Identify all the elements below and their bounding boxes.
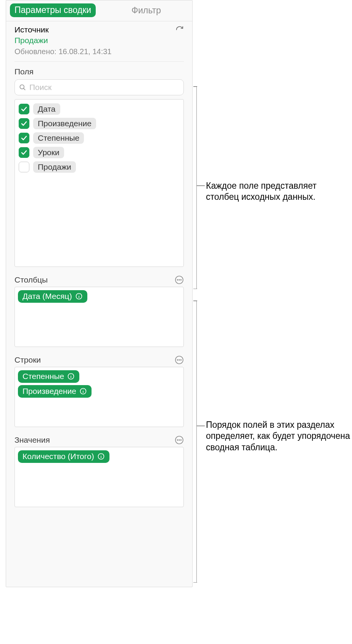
row-pill[interactable]: Степенные (18, 370, 79, 383)
svg-point-21 (179, 440, 180, 440)
field-chip[interactable]: Степенные (33, 132, 84, 144)
source-name[interactable]: Продажи (14, 36, 184, 45)
field-chip[interactable]: Уроки (33, 147, 64, 158)
pill-label: Количество (Итого) (23, 452, 94, 461)
svg-point-12 (181, 360, 182, 360)
pill-label: Степенные (23, 372, 64, 381)
callout-bracket (194, 86, 197, 289)
tabs: Параметры сводки Фильтр (6, 0, 192, 17)
search-input-container[interactable] (14, 79, 184, 95)
svg-point-4 (179, 279, 180, 280)
columns-label: Столбцы (14, 275, 48, 284)
checkbox-checked-icon[interactable] (19, 147, 29, 158)
info-icon[interactable] (75, 292, 83, 300)
values-zone[interactable]: Количество (Итого) (14, 447, 184, 507)
svg-point-22 (181, 440, 182, 440)
field-chip[interactable]: Продажи (33, 161, 76, 173)
columns-zone[interactable]: Дата (Месяц) (14, 287, 184, 347)
field-chip[interactable]: Дата (33, 103, 60, 115)
info-icon[interactable] (97, 453, 105, 460)
search-icon (19, 84, 26, 91)
svg-point-3 (177, 279, 178, 280)
svg-point-25 (101, 454, 101, 455)
info-icon[interactable] (67, 373, 75, 380)
callout-fields: Каждое поле представляет столбец исходны… (206, 180, 351, 203)
checkbox-checked-icon[interactable] (19, 118, 29, 129)
callout-bracket (194, 300, 197, 583)
svg-point-10 (177, 360, 178, 360)
value-pill[interactable]: Количество (Итого) (18, 450, 109, 463)
source-label: Источник (14, 25, 49, 34)
callout-zones: Порядок полей в этих разделах определяет… (206, 419, 351, 453)
pill-label: Дата (Месяц) (23, 292, 72, 301)
field-chip[interactable]: Произведение (33, 118, 96, 129)
rows-zone[interactable]: Степенные Произведение (14, 367, 184, 427)
svg-point-15 (71, 374, 71, 375)
pill-label: Произведение (23, 387, 76, 396)
checkbox-unchecked-icon[interactable] (19, 162, 29, 172)
field-row[interactable]: Дата (18, 102, 180, 116)
field-list: Дата Произведение Степенные (14, 99, 184, 267)
search-input[interactable] (29, 83, 180, 92)
more-icon[interactable] (175, 275, 184, 284)
refresh-icon[interactable] (175, 26, 184, 34)
checkbox-checked-icon[interactable] (19, 104, 29, 114)
more-icon[interactable] (175, 355, 184, 365)
svg-point-8 (79, 294, 79, 295)
values-label: Значения (14, 435, 50, 445)
source-updated: Обновлено: 16.08.21, 14:31 (14, 47, 184, 56)
checkbox-checked-icon[interactable] (19, 133, 29, 143)
field-row[interactable]: Уроки (18, 145, 180, 160)
column-pill[interactable]: Дата (Месяц) (18, 290, 87, 303)
tab-filter[interactable]: Фильтр (132, 5, 161, 16)
field-row[interactable]: Произведение (18, 116, 180, 131)
svg-point-20 (177, 440, 178, 440)
svg-point-11 (179, 360, 180, 360)
pivot-options-panel: Параметры сводки Фильтр Источник Продажи… (6, 0, 193, 587)
divider (14, 61, 184, 62)
svg-line-1 (24, 88, 25, 90)
row-pill[interactable]: Произведение (18, 385, 92, 398)
svg-point-5 (181, 279, 182, 280)
rows-label: Строки (14, 355, 41, 365)
tab-summary-options[interactable]: Параметры сводки (10, 3, 96, 17)
info-icon[interactable] (79, 387, 87, 395)
field-row[interactable]: Степенные (18, 131, 180, 145)
svg-point-18 (83, 389, 84, 390)
fields-label: Поля (14, 67, 184, 76)
more-icon[interactable] (175, 435, 184, 445)
field-row[interactable]: Продажи (18, 160, 180, 174)
